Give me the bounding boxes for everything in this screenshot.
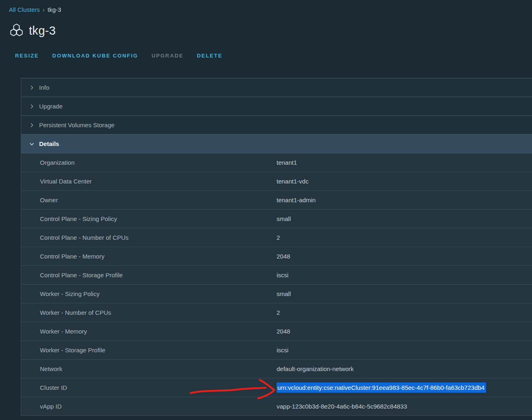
row-label: Virtual Data Center: [21, 178, 277, 185]
row-value: iscsi: [277, 347, 288, 354]
row-label: Worker - Memory: [21, 328, 277, 335]
row-label: Cluster ID: [21, 384, 277, 391]
accordion-section-upgrade[interactable]: Upgrade: [21, 97, 532, 116]
table-row-owner: Owner tenant1-admin: [21, 191, 532, 210]
download-kube-config-button[interactable]: DOWNLOAD KUBE CONFIG: [52, 53, 138, 59]
breadcrumb-current: tkg-3: [48, 6, 61, 13]
breadcrumb-all-clusters-link[interactable]: All Clusters: [9, 6, 40, 13]
chevron-right-icon: [29, 85, 34, 90]
table-row-cluster-id: Cluster ID urn:vcloud:entity:cse:nativeC…: [21, 378, 532, 397]
breadcrumb-separator: ›: [43, 6, 45, 13]
action-toolbar: RESIZE DOWNLOAD KUBE CONFIG UPGRADE DELE…: [15, 53, 222, 59]
table-row-control-plane-sizing-policy: Control Plane - Sizing Policy small: [21, 210, 532, 228]
row-value: vapp-123c0b3d-8e20-4a6c-b64c-5c9682c8483…: [277, 403, 407, 410]
resize-button[interactable]: RESIZE: [15, 53, 39, 59]
breadcrumb: All Clusters › tkg-3: [9, 6, 61, 13]
chevron-down-icon: [29, 141, 34, 146]
row-value: small: [277, 215, 291, 222]
table-row-worker-sizing-policy: Worker - Sizing Policy small: [21, 285, 532, 303]
row-label: Control Plane - Storage Profile: [21, 272, 277, 279]
accordion-section-label: Details: [39, 140, 59, 147]
table-row-network: Network default-organization-network: [21, 360, 532, 378]
row-label: Worker - Storage Profile: [21, 347, 277, 354]
page-header: tkg-3: [9, 23, 56, 38]
row-value: tenant1-vdc: [277, 178, 308, 185]
row-label: Control Plane - Memory: [21, 253, 277, 260]
table-row-control-plane-memory: Control Plane - Memory 2048: [21, 247, 532, 266]
row-label: Control Plane - Sizing Policy: [21, 215, 277, 222]
row-value: 2: [277, 234, 280, 241]
chevron-right-icon: [29, 123, 34, 128]
table-row-virtual-data-center: Virtual Data Center tenant1-vdc: [21, 172, 532, 191]
row-value: iscsi: [277, 272, 288, 279]
row-label: Worker - Sizing Policy: [21, 290, 277, 297]
accordion-section-label: Persistent Volumes Storage: [39, 122, 114, 128]
row-label: vApp ID: [21, 403, 277, 410]
accordion-section-label: Info: [39, 84, 49, 91]
table-row-organization: Organization tenant1: [21, 153, 532, 172]
row-value: small: [277, 290, 291, 297]
chevron-right-icon: [29, 104, 34, 109]
accordion-section-details[interactable]: Details: [21, 135, 532, 153]
table-row-worker-memory: Worker - Memory 2048: [21, 322, 532, 341]
row-value: 2048: [277, 328, 290, 335]
table-row-vapp-id: vApp ID vapp-123c0b3d-8e20-4a6c-b64c-5c9…: [21, 397, 532, 416]
cluster-id-selected-text[interactable]: urn:vcloud:entity:cse:nativeCluster:91ee…: [277, 382, 486, 393]
table-row-worker-number-of-cpus: Worker - Number of CPUs 2: [21, 303, 532, 322]
delete-button[interactable]: DELETE: [197, 53, 222, 59]
upgrade-button: UPGRADE: [152, 53, 183, 59]
row-value: 2: [277, 309, 280, 316]
row-label: Worker - Number of CPUs: [21, 309, 277, 316]
accordion-section-info[interactable]: Info: [21, 78, 532, 97]
accordion-section-label: Upgrade: [39, 103, 63, 110]
page-title: tkg-3: [29, 24, 56, 38]
row-value: tenant1: [277, 159, 297, 166]
row-value: urn:vcloud:entity:cse:nativeCluster:91ee…: [277, 384, 486, 391]
table-row-control-plane-number-of-cpus: Control Plane - Number of CPUs 2: [21, 228, 532, 247]
row-value: default-organization-network: [277, 365, 354, 372]
cluster-details-card: Info Upgrade Persistent Volumes Storage …: [21, 78, 532, 416]
table-row-control-plane-storage-profile: Control Plane - Storage Profile iscsi: [21, 266, 532, 285]
row-value: 2048: [277, 253, 290, 260]
table-row-worker-storage-profile: Worker - Storage Profile iscsi: [21, 341, 532, 360]
row-label: Organization: [21, 159, 277, 166]
row-label: Network: [21, 365, 277, 372]
cluster-hexagons-icon: [9, 23, 24, 38]
row-label: Control Plane - Number of CPUs: [21, 234, 277, 241]
row-label: Owner: [21, 197, 277, 203]
row-value: tenant1-admin: [277, 197, 316, 203]
accordion-section-persistent-volumes-storage[interactable]: Persistent Volumes Storage: [21, 116, 532, 135]
